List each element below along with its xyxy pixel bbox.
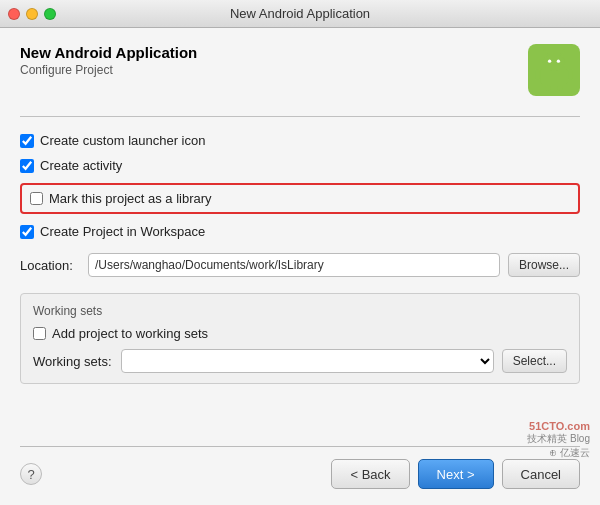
- android-icon: [532, 48, 576, 92]
- svg-line-5: [561, 50, 564, 54]
- bottom-bar: ? < Back Next > Cancel: [20, 446, 580, 489]
- dialog-title: New Android Application: [20, 44, 528, 61]
- next-button[interactable]: Next >: [418, 459, 494, 489]
- title-bar: New Android Application: [0, 0, 600, 28]
- create-activity-row: Create activity: [20, 158, 580, 173]
- custom-launcher-label: Create custom launcher icon: [40, 133, 205, 148]
- location-label: Location:: [20, 258, 80, 273]
- back-button[interactable]: < Back: [331, 459, 409, 489]
- svg-rect-6: [535, 69, 539, 80]
- android-logo: [528, 44, 580, 96]
- close-button[interactable]: [8, 8, 20, 20]
- dialog-title-section: New Android Application Configure Projec…: [20, 44, 528, 77]
- window-title: New Android Application: [230, 6, 370, 21]
- create-workspace-label: Create Project in Workspace: [40, 224, 205, 239]
- dialog-header: New Android Application Configure Projec…: [20, 44, 580, 96]
- svg-rect-8: [545, 85, 551, 91]
- select-button[interactable]: Select...: [502, 349, 567, 373]
- dialog-content: New Android Application Configure Projec…: [0, 28, 600, 505]
- custom-launcher-checkbox[interactable]: [20, 134, 34, 148]
- header-separator: [20, 116, 580, 117]
- create-workspace-row: Create Project in Workspace: [20, 224, 580, 239]
- dialog-subtitle: Configure Project: [20, 63, 528, 77]
- cancel-button[interactable]: Cancel: [502, 459, 580, 489]
- svg-rect-7: [568, 69, 572, 80]
- working-sets-box: Working sets Add project to working sets…: [20, 293, 580, 384]
- form-area: Create custom launcher icon Create activ…: [20, 133, 580, 446]
- add-project-label: Add project to working sets: [52, 326, 208, 341]
- help-button[interactable]: ?: [20, 463, 42, 485]
- minimize-button[interactable]: [26, 8, 38, 20]
- working-sets-title: Working sets: [33, 304, 567, 318]
- mark-library-checkbox[interactable]: [30, 192, 43, 205]
- nav-buttons: < Back Next > Cancel: [331, 459, 580, 489]
- custom-launcher-row: Create custom launcher icon: [20, 133, 580, 148]
- watermark: 51CTO.com 技术精英 Blog ⊕ 亿速云: [527, 420, 590, 460]
- working-sets-label: Working sets:: [33, 354, 113, 369]
- svg-point-3: [557, 60, 560, 63]
- svg-line-4: [544, 50, 547, 54]
- create-workspace-checkbox[interactable]: [20, 225, 34, 239]
- svg-point-2: [548, 60, 551, 63]
- svg-rect-9: [557, 85, 563, 91]
- create-activity-checkbox[interactable]: [20, 159, 34, 173]
- browse-button[interactable]: Browse...: [508, 253, 580, 277]
- add-project-checkbox[interactable]: [33, 327, 46, 340]
- mark-library-label: Mark this project as a library: [49, 191, 212, 206]
- create-activity-label: Create activity: [40, 158, 122, 173]
- working-sets-select-row: Working sets: Select...: [33, 349, 567, 373]
- svg-point-1: [543, 54, 565, 72]
- mark-library-row: Mark this project as a library: [20, 183, 580, 214]
- traffic-lights: [8, 8, 56, 20]
- add-project-row: Add project to working sets: [33, 326, 567, 341]
- location-input[interactable]: [88, 253, 500, 277]
- location-row: Location: Browse...: [20, 253, 580, 277]
- working-sets-dropdown[interactable]: [121, 349, 494, 373]
- maximize-button[interactable]: [44, 8, 56, 20]
